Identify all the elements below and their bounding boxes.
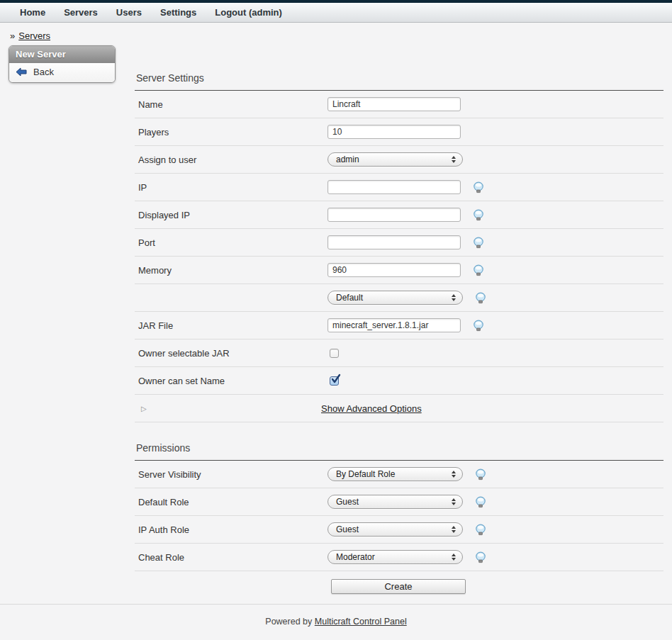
permissions-heading: Permissions <box>135 422 663 461</box>
form-row-ip-auth-role: IP Auth Role Guest <box>135 516 663 544</box>
footer: Powered by Multicraft Control Panel <box>0 604 672 627</box>
players-label: Players <box>135 127 327 137</box>
server-visibility-select[interactable]: By Default Role <box>327 467 463 481</box>
form-row-name: Name <box>135 91 663 118</box>
displayed-ip-label: Displayed IP <box>135 210 327 220</box>
players-input[interactable] <box>327 125 461 139</box>
displayed-ip-input[interactable] <box>327 208 461 222</box>
form-row-default-role: Default Role Guest <box>135 488 663 516</box>
select-value: By Default Role <box>336 469 452 479</box>
nav-servers[interactable]: Servers <box>64 7 98 18</box>
nav-settings[interactable]: Settings <box>160 7 196 18</box>
port-help-bulb-icon[interactable] <box>473 237 484 249</box>
server-visibility-label: Server Visibility <box>135 469 327 480</box>
nav-users[interactable]: Users <box>116 7 142 18</box>
owner-selectable-jar-checkbox[interactable] <box>330 349 339 358</box>
cheat-role-select[interactable]: Moderator <box>327 550 463 564</box>
disclosure-triangle-icon[interactable]: ▷ <box>135 405 321 412</box>
form-row-advanced-options: ▷ Show Advanced Options <box>135 395 663 422</box>
assign-to-user-label: Assign to user <box>135 155 327 165</box>
port-label: Port <box>135 237 327 248</box>
main-navbar: Home Servers Users Settings Logout (admi… <box>0 3 672 23</box>
select-value: Moderator <box>336 552 452 562</box>
select-value: admin <box>336 155 452 164</box>
ip-auth-role-select[interactable]: Guest <box>327 522 463 537</box>
ip-auth-role-label: IP Auth Role <box>135 524 327 535</box>
owner-can-set-name-checkbox[interactable] <box>330 376 339 386</box>
select-stepper-icon <box>452 156 456 163</box>
sidebar: New Server Back <box>9 45 116 83</box>
create-row: Create <box>135 571 663 602</box>
form-row-ip: IP <box>135 174 663 201</box>
jar-file-help-bulb-icon[interactable] <box>473 320 484 332</box>
breadcrumb: »Servers <box>10 30 672 41</box>
sidebar-back-label: Back <box>33 67 54 77</box>
memory-input[interactable] <box>327 263 461 277</box>
select-stepper-icon <box>452 294 456 301</box>
assign-to-user-select[interactable]: admin <box>327 152 463 167</box>
form-row-cheat-role: Cheat Role Moderator <box>135 544 663 571</box>
jar-file-label: JAR File <box>135 320 327 331</box>
ip-auth-role-help-bulb-icon[interactable] <box>475 524 486 536</box>
breadcrumb-servers-link[interactable]: Servers <box>18 30 50 41</box>
select-value: Guest <box>336 524 452 534</box>
create-button[interactable]: Create <box>331 579 466 594</box>
name-input[interactable] <box>327 97 461 111</box>
default-role-help-bulb-icon[interactable] <box>475 496 486 508</box>
select-value: Default <box>336 293 452 303</box>
form-row-memory: Memory <box>135 257 663 284</box>
owner-can-set-name-label: Owner can set Name <box>135 376 327 386</box>
sidebar-item-back[interactable]: Back <box>9 63 115 82</box>
ip-input[interactable] <box>327 180 461 194</box>
form-row-memory-preset: Default <box>135 284 663 312</box>
show-advanced-options-link[interactable]: Show Advanced Options <box>321 403 422 414</box>
memory-preset-help-bulb-icon[interactable] <box>475 292 486 304</box>
form-row-players: Players <box>135 118 663 146</box>
server-visibility-help-bulb-icon[interactable] <box>475 468 486 481</box>
main-content: Server Settings Name Players Assign to u… <box>135 41 663 602</box>
form-row-assign-to-user: Assign to user admin <box>135 146 663 174</box>
select-stepper-icon <box>452 526 456 533</box>
memory-label: Memory <box>135 265 327 276</box>
multicraft-link[interactable]: Multicraft Control Panel <box>315 617 407 627</box>
ip-help-bulb-icon[interactable] <box>473 181 484 193</box>
select-value: Guest <box>336 497 452 507</box>
jar-file-input[interactable] <box>327 318 461 332</box>
server-settings-heading: Server Settings <box>135 41 663 91</box>
default-role-label: Default Role <box>135 497 327 507</box>
name-label: Name <box>135 99 327 110</box>
breadcrumb-symbol: » <box>10 30 15 41</box>
port-input[interactable] <box>327 235 461 249</box>
form-row-jar-file: JAR File <box>135 312 663 339</box>
form-row-displayed-ip: Displayed IP <box>135 201 663 229</box>
ip-label: IP <box>135 182 327 193</box>
form-row-owner-can-set-name: Owner can set Name <box>135 367 663 395</box>
select-stepper-icon <box>452 498 456 505</box>
displayed-ip-help-bulb-icon[interactable] <box>473 209 484 221</box>
nav-logout[interactable]: Logout (admin) <box>215 7 282 18</box>
select-stepper-icon <box>452 554 456 561</box>
memory-help-bulb-icon[interactable] <box>473 264 484 276</box>
nav-home[interactable]: Home <box>20 7 45 18</box>
footer-powered-by-text: Powered by <box>265 617 314 627</box>
default-role-select[interactable]: Guest <box>327 495 463 509</box>
cheat-role-help-bulb-icon[interactable] <box>475 551 486 563</box>
cheat-role-label: Cheat Role <box>135 552 327 563</box>
select-stepper-icon <box>452 471 456 478</box>
back-arrow-icon <box>16 67 27 77</box>
form-row-server-visibility: Server Visibility By Default Role <box>135 461 663 488</box>
form-row-port: Port <box>135 229 663 257</box>
sidebar-title: New Server <box>9 46 115 63</box>
form-row-owner-selectable-jar: Owner selectable JAR <box>135 339 663 367</box>
memory-preset-select[interactable]: Default <box>327 291 463 305</box>
owner-selectable-jar-label: Owner selectable JAR <box>135 348 327 359</box>
